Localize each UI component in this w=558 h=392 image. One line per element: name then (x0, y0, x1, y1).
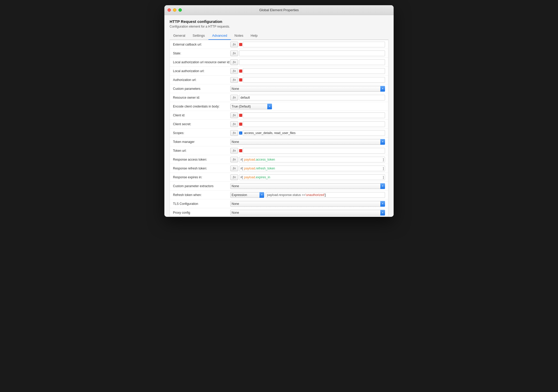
expr-close-access: ] (383, 158, 384, 161)
label-refresh-when: Refresh token when: (173, 193, 230, 197)
label-token-url: Token url: (173, 149, 230, 153)
fx-button-state[interactable]: ƒx (230, 50, 238, 56)
form-row-client-secret: Client secret: ƒx (170, 120, 388, 129)
expr-expires-in[interactable]: #[ payload . expires_in ] (239, 174, 385, 180)
window-content: HTTP Request configuration Configuration… (164, 15, 394, 217)
close-button[interactable] (168, 8, 171, 12)
form-row-external-callback: External callback url: ƒx (170, 40, 388, 49)
select-container-encode: True (Default) False ▾ (230, 104, 272, 109)
select-tls[interactable]: None (230, 201, 385, 207)
error-indicator-local-auth-url (239, 69, 242, 73)
form-row-custom-extractors: Custom parameter extractors None ▾ (170, 182, 388, 191)
fx-button-refresh-token[interactable]: ƒx (230, 166, 238, 171)
expr-hash-refresh: #[ (240, 167, 243, 170)
fx-button-token-url[interactable]: ƒx (230, 148, 238, 154)
main-window: Global Element Properties HTTP Request c… (164, 5, 394, 217)
input-external-callback[interactable] (243, 42, 385, 47)
label-local-auth-url: Local authorization url: (173, 69, 230, 73)
select-proxy[interactable]: None (230, 210, 385, 216)
fx-button-auth-url[interactable]: ƒx (230, 77, 238, 83)
fx-button-external-callback[interactable]: ƒx (230, 42, 238, 47)
fx-button-local-auth-url[interactable]: ƒx (230, 68, 238, 74)
input-auth-url[interactable] (243, 77, 385, 83)
expr-refresh-string: 'unauthorized' (305, 193, 325, 197)
error-indicator-client-id (239, 114, 242, 117)
error-indicator-token-url (239, 149, 242, 152)
form-area: External callback url: ƒx State: ƒx Loca… (170, 40, 388, 217)
expr-close-refresh: ] (383, 167, 384, 170)
label-token-manager: Token manager (173, 140, 230, 144)
expr-prop-refresh: refresh_token (256, 167, 275, 170)
error-indicator-auth-url (239, 78, 242, 81)
label-custom-extractors: Custom parameter extractors (173, 184, 230, 188)
tab-advanced[interactable]: Advanced (208, 31, 231, 40)
select-refresh-when[interactable]: Expression (230, 192, 264, 198)
form-row-auth-url: Authorization url: ƒx (170, 75, 388, 84)
fx-button-resource-owner[interactable]: ƒx (230, 95, 238, 100)
label-tls: TLS Configuration (173, 202, 230, 206)
select-container-proxy: None ▾ (230, 210, 385, 216)
fx-button-access-token[interactable]: ƒx (230, 157, 238, 162)
input-local-auth-url[interactable] (243, 68, 385, 74)
fx-button-scopes[interactable]: ƒx (230, 130, 238, 136)
form-row-refresh-when: Refresh token when: Expression ▾ payload… (170, 191, 388, 199)
info-indicator-scopes: i (239, 131, 242, 135)
traffic-lights (168, 8, 182, 12)
expr-prop-access: access_token (256, 158, 275, 161)
select-custom-extractors[interactable]: None (230, 183, 385, 189)
app-subtitle: Configuration element for a HTTP request… (170, 25, 388, 28)
fx-button-expires-in[interactable]: ƒx (230, 174, 238, 180)
fx-button-client-secret[interactable]: ƒx (230, 121, 238, 127)
form-row-proxy: Proxy config None ▾ (170, 208, 388, 217)
expr-access-token[interactable]: #[ payload . access_token ] (239, 157, 385, 162)
expr-refresh-when[interactable]: payload.response.status == 'unauthorized… (266, 192, 385, 198)
label-local-auth-owner: Local authorization url resource owner i… (173, 60, 230, 64)
select-token-manager[interactable]: None (230, 139, 385, 145)
input-state[interactable] (239, 50, 385, 56)
label-state: State: (173, 52, 230, 55)
form-row-local-auth-owner: Local authorization url resource owner i… (170, 58, 388, 67)
expr-refresh-token[interactable]: #[ payload . refresh_token ] (239, 166, 385, 171)
expr-payload-refresh: payload (244, 167, 255, 170)
form-row-token-manager: Token manager None ▾ (170, 137, 388, 146)
select-container-custom-extractors: None ▾ (230, 183, 385, 189)
tab-help[interactable]: Help (247, 31, 261, 40)
select-container-custom-params: None ▾ (230, 86, 385, 92)
label-expires-in: Response expires in: (173, 175, 230, 179)
expr-payload-access: payload (244, 158, 255, 161)
input-client-secret[interactable] (243, 121, 385, 127)
error-indicator-external-callback (239, 43, 242, 46)
tab-settings[interactable]: Settings (189, 31, 208, 40)
input-token-url[interactable] (243, 148, 385, 154)
select-container-token-manager: None ▾ (230, 139, 385, 145)
input-client-id[interactable] (243, 112, 385, 118)
input-local-auth-owner[interactable] (239, 59, 385, 65)
tab-bar: General Settings Advanced Notes Help (170, 31, 388, 40)
input-resource-owner[interactable] (239, 95, 385, 100)
form-row-tls: TLS Configuration None ▾ (170, 199, 388, 208)
tab-notes[interactable]: Notes (231, 31, 247, 40)
expr-hash-expires: #[ (240, 175, 243, 179)
window-title: Global Element Properties (259, 8, 299, 12)
minimize-button[interactable] (173, 8, 176, 12)
label-auth-url: Authorization url: (173, 78, 230, 82)
expr-payload-expires: payload (244, 175, 255, 179)
fx-button-local-auth-owner[interactable]: ƒx (230, 59, 238, 65)
expr-refresh-close: ] (325, 193, 325, 197)
fx-button-client-id[interactable]: ƒx (230, 112, 238, 118)
form-row-resource-owner: Resource owner id: ƒx (170, 93, 388, 102)
form-row-encode-credentials: Encode client credentials in body: True … (170, 102, 388, 111)
input-scopes[interactable] (243, 130, 385, 136)
select-encode-credentials[interactable]: True (Default) False (230, 104, 272, 109)
label-resource-owner: Resource owner id: (173, 96, 230, 99)
tab-general[interactable]: General (170, 31, 189, 40)
form-row-access-token: Response access token: ƒx #[ payload . a… (170, 155, 388, 164)
label-refresh-token: Response refresh token: (173, 167, 230, 170)
label-access-token: Response access token: (173, 158, 230, 161)
maximize-button[interactable] (178, 8, 182, 12)
label-client-secret: Client secret: (173, 122, 230, 126)
expr-close-expires: ] (383, 175, 384, 179)
select-custom-params[interactable]: None (230, 86, 385, 92)
form-row-client-id: Client id: ƒx (170, 111, 388, 120)
form-row-custom-params: Custom parameters None ▾ (170, 84, 388, 93)
